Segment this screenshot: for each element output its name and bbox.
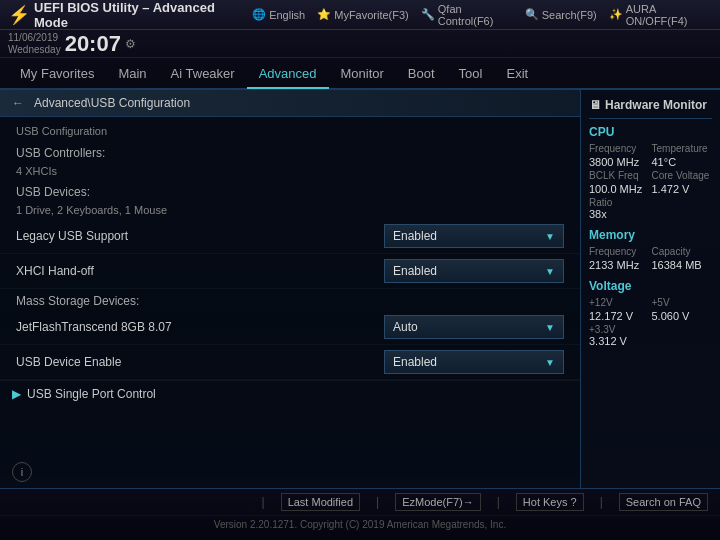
aura-btn[interactable]: ✨ AURA ON/OFF(F4)	[609, 3, 712, 27]
mem-freq-label: Frequency	[589, 246, 650, 257]
nav-my-favorites[interactable]: My Favorites	[8, 60, 106, 87]
header: ⚡ UEFI BIOS Utility – Advanced Mode 🌐 En…	[0, 0, 720, 30]
cpu-voltage-value: 1.472 V	[652, 183, 713, 195]
header-controls: 🌐 English ⭐ MyFavorite(F3) 🔧 Qfan Contro…	[252, 3, 712, 27]
right-panel: 🖥 Hardware Monitor CPU Frequency Tempera…	[580, 90, 720, 488]
clock-gear-icon[interactable]: ⚙	[125, 37, 136, 51]
monitor-icon: 🖥	[589, 98, 601, 112]
main-layout: ← Advanced\USB Configuration USB Configu…	[0, 90, 720, 488]
usb-device-enable-select[interactable]: Enabled ▼	[384, 350, 564, 374]
content-area: ← Advanced\USB Configuration USB Configu…	[0, 90, 580, 488]
back-arrow[interactable]: ←	[12, 96, 24, 110]
nav-monitor[interactable]: Monitor	[329, 60, 396, 87]
xhci-handoff-row: XHCI Hand-off Enabled ▼	[0, 254, 580, 289]
info-button[interactable]: i	[12, 462, 32, 482]
xhci-handoff-label: XHCI Hand-off	[16, 264, 384, 278]
mem-cap-value: 16384 MB	[652, 259, 713, 271]
usb-controllers-value: 4 XHCIs	[0, 162, 580, 180]
legacy-usb-value[interactable]: Enabled ▼	[384, 224, 564, 248]
dropdown-arrow-2: ▼	[545, 266, 555, 277]
search-icon: 🔍	[525, 8, 539, 21]
v12-value: 12.172 V	[589, 310, 650, 322]
aura-icon: ✨	[609, 8, 623, 21]
cpu-temp-value: 41°C	[652, 156, 713, 168]
usb-device-enable-value[interactable]: Enabled ▼	[384, 350, 564, 374]
v12-label: +12V	[589, 297, 650, 308]
usb-single-port-label: USB Single Port Control	[27, 387, 156, 401]
memory-title: Memory	[589, 228, 712, 242]
search-faq-btn[interactable]: Search on FAQ	[619, 493, 708, 511]
ezmode-btn[interactable]: EzMode(F7)→	[395, 493, 481, 511]
v5-value: 5.060 V	[652, 310, 713, 322]
cpu-temp-label: Temperature	[652, 143, 713, 154]
memory-grid: Frequency Capacity 2133 MHz 16384 MB	[589, 246, 712, 271]
panel-title: 🖥 Hardware Monitor	[589, 98, 712, 119]
cpu-ratio-container: Ratio 38x	[589, 197, 712, 220]
datetime-bar: 11/06/2019 Wednesday 20:07 ⚙	[0, 30, 720, 58]
dropdown-arrow-4: ▼	[545, 357, 555, 368]
voltage-title: Voltage	[589, 279, 712, 293]
jetflash-select[interactable]: Auto ▼	[384, 315, 564, 339]
subsection-arrow: ▶	[12, 387, 21, 401]
footer: | Last Modified | EzMode(F7)→ | Hot Keys…	[0, 488, 720, 540]
voltage-grid: +12V +5V 12.172 V 5.060 V	[589, 297, 712, 322]
nav-main[interactable]: Main	[106, 60, 158, 87]
cpu-bclk-label: BCLK Freq	[589, 170, 650, 181]
nav-tool[interactable]: Tool	[447, 60, 495, 87]
v33-label: +3.3V	[589, 324, 712, 335]
cpu-freq-value: 3800 MHz	[589, 156, 650, 168]
cpu-ratio-value: 38x	[589, 208, 712, 220]
jetflash-label: JetFlashTranscend 8GB 8.07	[16, 320, 384, 334]
qfan-btn[interactable]: 🔧 Qfan Control(F6)	[421, 3, 513, 27]
usb-devices-label: USB Devices:	[0, 180, 580, 201]
memory-section: Memory Frequency Capacity 2133 MHz 16384…	[589, 228, 712, 271]
cpu-section: CPU Frequency Temperature 3800 MHz 41°C …	[589, 125, 712, 220]
language-btn[interactable]: 🌐 English	[252, 8, 305, 21]
usb-devices-value: 1 Drive, 2 Keyboards, 1 Mouse	[0, 201, 580, 219]
jetflash-row: JetFlashTranscend 8GB 8.07 Auto ▼	[0, 310, 580, 345]
cpu-title: CPU	[589, 125, 712, 139]
mem-freq-value: 2133 MHz	[589, 259, 650, 271]
hot-keys-btn[interactable]: Hot Keys ?	[516, 493, 584, 511]
xhci-handoff-select[interactable]: Enabled ▼	[384, 259, 564, 283]
legacy-usb-row: Legacy USB Support Enabled ▼	[0, 219, 580, 254]
usb-controllers-label: USB Controllers:	[0, 141, 580, 162]
usb-device-enable-label: USB Device Enable	[16, 355, 384, 369]
search-btn[interactable]: 🔍 Search(F9)	[525, 8, 597, 21]
usb-single-port-row[interactable]: ▶ USB Single Port Control	[0, 380, 580, 407]
mem-cap-label: Capacity	[652, 246, 713, 257]
nav-ai-tweaker[interactable]: Ai Tweaker	[159, 60, 247, 87]
mass-storage-label: Mass Storage Devices:	[0, 289, 580, 310]
cpu-ratio-label: Ratio	[589, 197, 712, 208]
v33-container: +3.3V 3.312 V	[589, 324, 712, 347]
footer-buttons: | Last Modified | EzMode(F7)→ | Hot Keys…	[0, 489, 720, 516]
v33-value: 3.312 V	[589, 335, 712, 347]
logo-icon: ⚡	[8, 4, 30, 26]
nav-advanced[interactable]: Advanced	[247, 60, 329, 89]
breadcrumb-path: Advanced\USB Configuration	[34, 96, 190, 110]
dropdown-arrow: ▼	[545, 231, 555, 242]
cpu-grid: Frequency Temperature 3800 MHz 41°C BCLK…	[589, 143, 712, 195]
usb-device-enable-row: USB Device Enable Enabled ▼	[0, 345, 580, 380]
xhci-handoff-value[interactable]: Enabled ▼	[384, 259, 564, 283]
last-modified-btn[interactable]: Last Modified	[281, 493, 360, 511]
logo: ⚡ UEFI BIOS Utility – Advanced Mode	[8, 0, 244, 30]
myfavorite-btn[interactable]: ⭐ MyFavorite(F3)	[317, 8, 409, 21]
cpu-freq-label: Frequency	[589, 143, 650, 154]
cpu-voltage-label: Core Voltage	[652, 170, 713, 181]
v5-label: +5V	[652, 297, 713, 308]
footer-copyright: Version 2.20.1271. Copyright (C) 2019 Am…	[0, 516, 720, 533]
star-icon: ⭐	[317, 8, 331, 21]
navbar: My Favorites Main Ai Tweaker Advanced Mo…	[0, 58, 720, 90]
language-icon: 🌐	[252, 8, 266, 21]
legacy-usb-select[interactable]: Enabled ▼	[384, 224, 564, 248]
cpu-bclk-value: 100.0 MHz	[589, 183, 650, 195]
breadcrumb: ← Advanced\USB Configuration	[0, 90, 580, 117]
nav-boot[interactable]: Boot	[396, 60, 447, 87]
voltage-section: Voltage +12V +5V 12.172 V 5.060 V +3.3V …	[589, 279, 712, 347]
date-display: 11/06/2019 Wednesday	[8, 32, 61, 56]
jetflash-value[interactable]: Auto ▼	[384, 315, 564, 339]
nav-exit[interactable]: Exit	[494, 60, 540, 87]
dropdown-arrow-3: ▼	[545, 322, 555, 333]
clock-display: 20:07	[65, 31, 121, 57]
